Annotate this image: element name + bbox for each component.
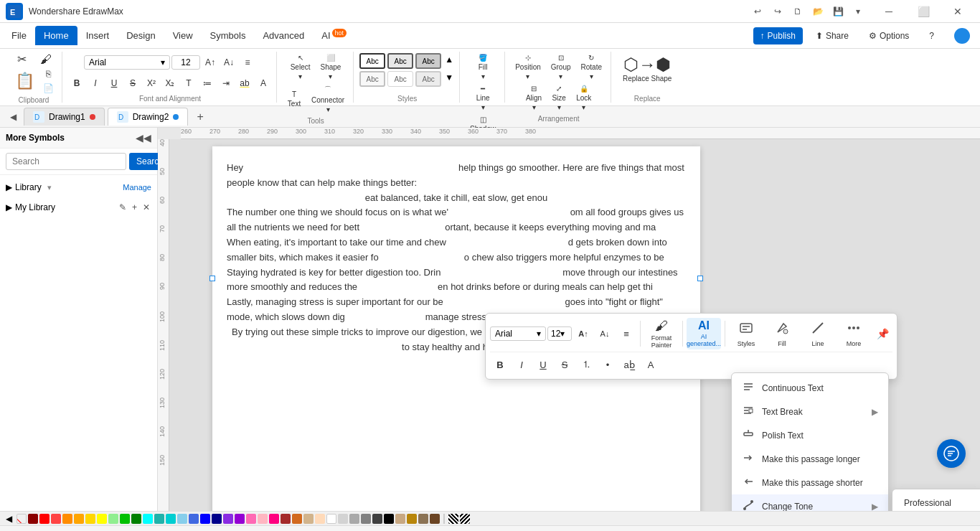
color-swatch-gray2[interactable] <box>361 514 371 524</box>
my-library-edit-button[interactable]: ✎ <box>118 201 128 214</box>
search-input[interactable] <box>6 153 126 170</box>
cut-button[interactable]: ✂ <box>10 52 33 67</box>
color-swatch-purple1[interactable] <box>223 514 233 524</box>
align-button[interactable]: ⊟ Align ▾ <box>522 83 546 113</box>
color-swatch-yellow1[interactable] <box>85 514 95 524</box>
list-button[interactable]: ≔ <box>199 77 216 90</box>
text-effect-button[interactable]: T <box>180 77 197 90</box>
color-swatch-yellow2[interactable] <box>97 514 107 524</box>
font-name-dropdown[interactable]: Arial ▾ <box>84 55 170 70</box>
color-swatch-darkgray[interactable] <box>372 514 382 524</box>
color-swatch-teal2[interactable] <box>154 514 164 524</box>
ft-highlight[interactable]: ab̲ <box>619 354 639 375</box>
bold-button[interactable]: B <box>68 77 85 90</box>
redo-button[interactable]: ↪ <box>769 3 786 20</box>
tab-drawing2[interactable]: D Drawing2 <box>108 108 189 126</box>
shape-button[interactable]: ⬜ Shape ▾ <box>316 52 346 83</box>
color-swatch-lime[interactable] <box>108 514 118 524</box>
decrease-font-button[interactable]: A↓ <box>220 56 237 69</box>
menu-symbols[interactable]: Symbols <box>202 26 255 45</box>
publish-button[interactable]: ↑ Publish <box>753 27 803 44</box>
cm-change-tone[interactable]: Change Tone ▶ <box>732 494 888 511</box>
ai-generated-button[interactable]: AI AI generated... <box>687 318 721 349</box>
ft-fill-button[interactable]: Fill <box>765 318 799 349</box>
color-swatch-extra4[interactable] <box>430 514 440 524</box>
position-button[interactable]: ⊹ Position ▾ <box>511 52 545 83</box>
color-swatch-orange1[interactable] <box>62 514 72 524</box>
style-swatch-4[interactable]: Abc <box>359 71 385 87</box>
selection-handle-left[interactable] <box>209 276 215 281</box>
new-tab-button[interactable]: + <box>191 108 209 126</box>
style-swatch-6[interactable]: Abc <box>415 71 441 87</box>
library-header[interactable]: ▶ Library ▾ Manage <box>6 179 151 195</box>
color-swatch-pink2[interactable] <box>258 514 268 524</box>
color-swatch-stripe2[interactable] <box>460 514 470 524</box>
page-nav-left[interactable]: ◀ <box>6 109 21 125</box>
color-swatch-stripe1[interactable] <box>448 514 458 524</box>
save-button[interactable]: 💾 <box>829 3 847 20</box>
text-align-button[interactable]: ≡ <box>239 56 256 69</box>
color-swatch-brown2[interactable] <box>292 514 302 524</box>
ft-line-button[interactable]: Line <box>801 318 835 349</box>
menu-insert[interactable]: Insert <box>77 26 118 45</box>
copy-format-button[interactable]: 🖌 <box>34 52 57 67</box>
my-library-header[interactable]: ▶ My Library ✎ + ✕ <box>6 198 151 217</box>
ai-chat-button[interactable] <box>937 439 966 468</box>
manage-link[interactable]: Manage <box>123 183 151 192</box>
cm-text-break[interactable]: Text Break ▶ <box>732 400 888 423</box>
user-avatar[interactable] <box>947 24 977 47</box>
font-size-input[interactable]: 12 <box>171 55 200 70</box>
palette-arrow-left[interactable]: ◀ <box>6 514 12 524</box>
select-button[interactable]: ↖ Select ▾ <box>286 52 315 83</box>
ft-list-num[interactable]: ⒈ <box>576 354 596 375</box>
paste-special-button[interactable]: 📄 <box>40 82 57 95</box>
fill-button[interactable]: 🪣 Fill ▾ <box>471 52 494 83</box>
tone-professional[interactable]: Professional <box>892 492 980 511</box>
more-qa-button[interactable]: ▾ <box>849 3 867 20</box>
color-swatch-red2[interactable] <box>51 514 61 524</box>
styles-scroll-down[interactable]: ▼ <box>443 71 455 87</box>
ft-increase-font[interactable]: A↑ <box>573 324 593 344</box>
color-swatch-blue1[interactable] <box>189 514 199 524</box>
color-swatch-green1[interactable] <box>120 514 130 524</box>
style-swatch-1[interactable]: Abc <box>359 53 385 69</box>
color-swatch-pink1[interactable] <box>246 514 256 524</box>
color-swatch-darkred[interactable] <box>28 514 38 524</box>
color-swatch-white[interactable] <box>326 514 336 524</box>
color-swatch-black[interactable] <box>384 514 394 524</box>
color-swatch-peach[interactable] <box>315 514 325 524</box>
ft-more-button[interactable]: More <box>837 318 871 349</box>
replace-shape-button[interactable]: ⬡→⬢ Replace Shape <box>617 52 677 85</box>
ft-bold[interactable]: B <box>490 354 510 375</box>
tab-drawing1[interactable]: D Drawing1 <box>24 108 105 126</box>
color-transparent[interactable] <box>17 514 27 524</box>
style-swatch-5[interactable]: Abc <box>387 71 413 87</box>
sidebar-collapse-button[interactable]: ◀◀ <box>136 132 151 144</box>
share-button[interactable]: ⬆ Share <box>809 27 856 44</box>
new-button[interactable]: 🗋 <box>789 3 806 20</box>
color-swatch-extra1[interactable] <box>395 514 405 524</box>
cm-polish-text[interactable]: Polish Text <box>732 423 888 447</box>
ft-underline[interactable]: U <box>533 354 553 375</box>
increase-font-button[interactable]: A↑ <box>202 56 219 69</box>
ft-strikethrough[interactable]: S <box>555 354 575 375</box>
menu-ai[interactable]: AIhot <box>313 25 355 45</box>
help-button[interactable]: ? <box>922 27 941 44</box>
minimize-button[interactable]: ─ <box>872 0 905 23</box>
style-swatch-3[interactable]: Abc <box>415 53 441 69</box>
color-swatch-purple2[interactable] <box>235 514 245 524</box>
menu-advanced[interactable]: Advanced <box>254 26 313 45</box>
ft-styles-button[interactable]: Styles <box>729 318 763 349</box>
my-library-add-button[interactable]: + <box>131 201 138 214</box>
ft-italic[interactable]: I <box>512 354 532 375</box>
text-button[interactable]: T Text <box>283 88 306 110</box>
ft-list-bullet[interactable]: • <box>598 354 618 375</box>
connector-button[interactable]: ⌒ Connector ▾ <box>307 83 349 116</box>
color-swatch-orange2[interactable] <box>74 514 84 524</box>
color-swatch-extra2[interactable] <box>407 514 417 524</box>
color-swatch-extra3[interactable] <box>418 514 428 524</box>
paste-button[interactable]: 📋 <box>11 71 39 91</box>
group-button[interactable]: ⊡ Group ▾ <box>547 52 575 83</box>
ft-align[interactable]: ≡ <box>616 324 636 344</box>
cm-continuous-text[interactable]: Continuous Text <box>732 376 888 400</box>
